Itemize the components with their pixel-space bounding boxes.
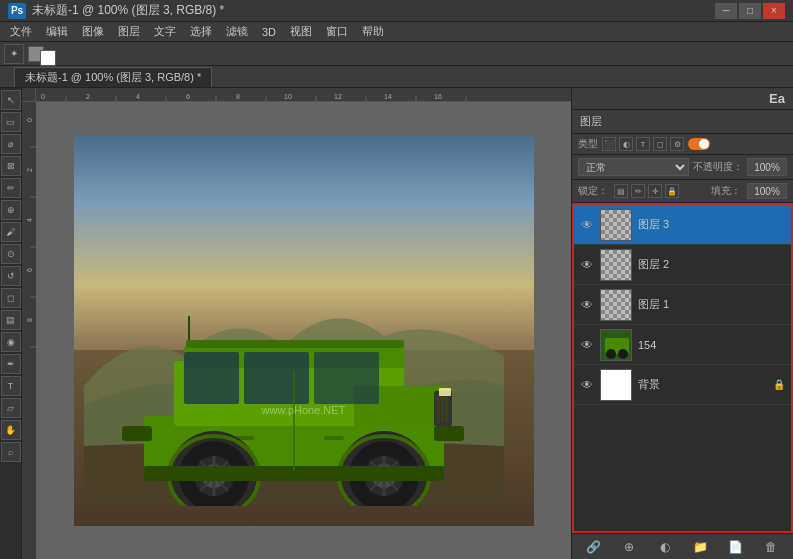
layer-visibility-bg[interactable]: 👁 (580, 378, 594, 392)
new-layer-button[interactable]: 📄 (726, 537, 746, 557)
svg-rect-39 (439, 388, 451, 396)
background-color[interactable] (40, 50, 56, 66)
filter-adjust-icon[interactable]: ◐ (619, 137, 633, 151)
layers-header: 图层 (572, 110, 793, 134)
title-bar: Ps 未标题-1 @ 100% (图层 3, RGB/8) * ─ □ × (0, 0, 793, 22)
layer-item-1[interactable]: 👁 图层 1 (574, 285, 791, 325)
svg-text:8: 8 (26, 318, 33, 322)
blur-tool[interactable]: ◉ (1, 332, 21, 352)
lock-move-icon[interactable]: ✛ (648, 184, 662, 198)
menu-window[interactable]: 窗口 (320, 22, 354, 42)
blend-mode-select[interactable]: 正常 溶解 正片叠底 (578, 158, 689, 176)
text-tool[interactable]: T (1, 376, 21, 396)
svg-text:2: 2 (86, 93, 90, 100)
new-group-button[interactable]: 📁 (690, 537, 710, 557)
layer-visibility-154[interactable]: 👁 (580, 338, 594, 352)
svg-text:0: 0 (41, 93, 45, 100)
jeep-illustration (84, 226, 504, 506)
layer-item-background[interactable]: 👁 背景 🔒 (574, 365, 791, 405)
brush-tool[interactable]: 🖌 (1, 222, 21, 242)
ps-logo: Ps (8, 3, 26, 19)
layer-name-2: 图层 2 (638, 257, 785, 272)
filter-smart-icon[interactable]: ⚙ (670, 137, 684, 151)
crop-tool[interactable]: ⊠ (1, 156, 21, 176)
add-mask-button[interactable]: ◐ (655, 537, 675, 557)
window-controls[interactable]: ─ □ × (715, 3, 785, 19)
svg-text:6: 6 (186, 93, 190, 100)
canvas-tab-active[interactable]: 未标题-1 @ 100% (图层 3, RGB/8) * (14, 67, 212, 87)
menu-image[interactable]: 图像 (76, 22, 110, 42)
layer-thumb-154 (600, 329, 632, 361)
menu-layer[interactable]: 图层 (112, 22, 146, 42)
layers-lock: 锁定： ▤ ✏ ✛ 🔒 填充： 100% (572, 180, 793, 203)
fill-value[interactable]: 100% (747, 183, 787, 199)
menu-text[interactable]: 文字 (148, 22, 182, 42)
opacity-value[interactable]: 100% (747, 158, 787, 176)
delete-layer-button[interactable]: 🗑 (761, 537, 781, 557)
layer-item-154[interactable]: 👁 154 (574, 325, 791, 365)
layers-filter: 类型 ⬛ ◐ T ◻ ⚙ (572, 134, 793, 155)
add-style-button[interactable]: ⊕ (619, 537, 639, 557)
menu-select[interactable]: 选择 (184, 22, 218, 42)
svg-rect-41 (244, 352, 309, 404)
svg-rect-42 (314, 352, 379, 404)
minimize-button[interactable]: ─ (715, 3, 737, 19)
layers-title: 图层 (580, 114, 602, 129)
gradient-tool[interactable]: ▤ (1, 310, 21, 330)
menu-file[interactable]: 文件 (4, 22, 38, 42)
svg-text:4: 4 (136, 93, 140, 100)
filter-type-icon[interactable]: T (636, 137, 650, 151)
menu-edit[interactable]: 编辑 (40, 22, 74, 42)
svg-rect-66 (186, 340, 404, 348)
healing-tool[interactable]: ⊕ (1, 200, 21, 220)
svg-text:2: 2 (26, 168, 33, 172)
eraser-tool[interactable]: ◻ (1, 288, 21, 308)
menu-help[interactable]: 帮助 (356, 22, 390, 42)
filter-shape-icon[interactable]: ◻ (653, 137, 667, 151)
pen-tool[interactable]: ✒ (1, 354, 21, 374)
ruler-left: 0 2 4 6 8 (22, 102, 36, 559)
background-lock-icon: 🔒 (773, 379, 785, 390)
layer-name-154: 154 (638, 339, 785, 351)
layer-thumb-3 (600, 209, 632, 241)
menu-3d[interactable]: 3D (256, 22, 282, 42)
clone-tool[interactable]: ⊙ (1, 244, 21, 264)
eyedropper-tool[interactable]: ✏ (1, 178, 21, 198)
lock-all-icon[interactable]: 🔒 (665, 184, 679, 198)
maximize-button[interactable]: □ (739, 3, 761, 19)
shape-tool[interactable]: ▱ (1, 398, 21, 418)
filter-icons: ⬛ ◐ T ◻ ⚙ (602, 137, 684, 151)
select-tool[interactable]: ▭ (1, 112, 21, 132)
canvas-content[interactable]: www.pHone.NET (36, 102, 571, 559)
svg-rect-63 (434, 426, 464, 441)
title-left: Ps 未标题-1 @ 100% (图层 3, RGB/8) * (8, 2, 224, 19)
main-layout: ↖ ▭ ⌀ ⊠ ✏ ⊕ 🖌 ⊙ ↺ ◻ ▤ ◉ ✒ T ▱ ✋ ⌕ 0 2 4 … (0, 88, 793, 559)
layer-visibility-3[interactable]: 👁 (580, 218, 594, 232)
filter-toggle[interactable] (688, 138, 710, 150)
layer-item-2[interactable]: 👁 图层 2 (574, 245, 791, 285)
close-button[interactable]: × (763, 3, 785, 19)
history-tool[interactable]: ↺ (1, 266, 21, 286)
move-tool[interactable]: ↖ (1, 90, 21, 110)
toggle-knob (699, 139, 709, 149)
svg-rect-44 (324, 436, 344, 440)
menu-filter[interactable]: 滤镜 (220, 22, 254, 42)
hand-tool[interactable]: ✋ (1, 420, 21, 440)
lock-checkerboard-icon[interactable]: ▤ (614, 184, 628, 198)
svg-point-72 (618, 349, 628, 359)
menu-view[interactable]: 视图 (284, 22, 318, 42)
lock-brush-icon[interactable]: ✏ (631, 184, 645, 198)
filter-pixel-icon[interactable]: ⬛ (602, 137, 616, 151)
link-layers-button[interactable]: 🔗 (584, 537, 604, 557)
svg-text:0: 0 (26, 118, 33, 122)
layer-visibility-2[interactable]: 👁 (580, 258, 594, 272)
layers-panel: 图层 类型 ⬛ ◐ T ◻ ⚙ 正常 溶解 (572, 110, 793, 559)
layer-visibility-1[interactable]: 👁 (580, 298, 594, 312)
zoom-tool[interactable]: ⌕ (1, 442, 21, 462)
tool-options-icon[interactable]: ✦ (4, 44, 24, 64)
layer-name-3: 图层 3 (638, 217, 785, 232)
lock-icons: ▤ ✏ ✛ 🔒 (614, 184, 679, 198)
svg-rect-40 (184, 352, 239, 404)
lasso-tool[interactable]: ⌀ (1, 134, 21, 154)
layer-item-3[interactable]: 👁 图层 3 (574, 205, 791, 245)
